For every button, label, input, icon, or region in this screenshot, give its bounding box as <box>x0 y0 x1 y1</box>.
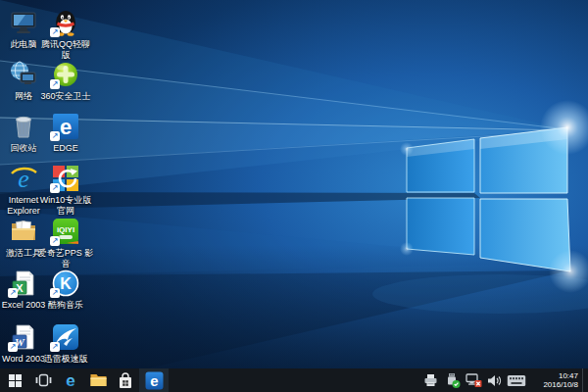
edge-running-button[interactable]: e <box>139 368 169 392</box>
icon-label: 此电脑 <box>11 39 37 50</box>
show-desktop-button[interactable] <box>582 368 588 392</box>
folder-icon <box>90 373 107 387</box>
task-view-icon <box>35 373 52 387</box>
svg-text:e: e <box>66 371 74 389</box>
desktop-icon-iqiyi-pps[interactable]: iQIYI ↗ 爱奇艺PPS 影音 <box>37 216 94 270</box>
word-icon: W ↗ <box>8 321 39 353</box>
tray-touch-keyboard-button[interactable] <box>504 368 529 392</box>
edge-tile-icon: e <box>145 371 164 390</box>
desktop-icon-qq-lite[interactable]: ↗ 腾讯QQ轻聊版 <box>37 7 94 61</box>
folder-icon <box>8 216 39 247</box>
360-safe-icon: ↗ <box>50 59 81 90</box>
excel-icon: X ↗ <box>8 268 39 299</box>
iqiyi-icon: iQIYI ↗ <box>50 216 81 247</box>
tray-volume-button[interactable] <box>484 368 504 392</box>
shortcut-arrow-icon: ↗ <box>50 342 60 352</box>
svg-text:iQIYI: iQIYI <box>57 225 74 234</box>
icon-label: 迅雷极速版 <box>44 354 88 365</box>
taskbar-clock[interactable]: 10:47 2016/10/8 <box>533 371 582 389</box>
desktop-wallpaper: 此电脑 网络 回收站 e Internet Explorer 激活工具 <box>0 0 588 368</box>
svg-text:K: K <box>60 275 72 292</box>
internet-explorer-icon: e <box>8 163 39 194</box>
icon-label: 酷狗音乐 <box>48 300 83 311</box>
clock-time: 10:47 <box>533 371 578 380</box>
svg-text:e: e <box>60 115 72 139</box>
store-button[interactable] <box>112 368 139 392</box>
desktop-icon-edge[interactable]: e ↗ EDGE <box>37 111 94 154</box>
usb-safely-remove-icon <box>444 372 461 388</box>
icon-label: 360安全卫士 <box>40 91 90 102</box>
shortcut-arrow-icon: ↗ <box>8 342 18 352</box>
taskbar: e e <box>0 368 588 392</box>
tray-printer-button[interactable] <box>419 368 441 392</box>
shortcut-arrow-icon: ↗ <box>50 236 60 246</box>
edge-e-icon: e <box>62 371 79 389</box>
shortcut-arrow-icon: ↗ <box>50 131 60 141</box>
edge-pinned-button[interactable]: e <box>57 368 84 392</box>
icon-label: 腾讯QQ轻聊版 <box>37 39 94 61</box>
windows-logo-icon <box>9 374 22 387</box>
kugou-icon: K ↗ <box>50 268 81 299</box>
icon-label: EDGE <box>53 143 78 154</box>
tray-network-button[interactable] <box>463 368 484 392</box>
xunlei-bird-icon: ↗ <box>50 321 81 353</box>
desktop-icon-kugou-music[interactable]: K ↗ 酷狗音乐 <box>37 268 94 311</box>
desktop-icon-360-safe[interactable]: ↗ 360安全卫士 <box>37 59 94 102</box>
system-tray: 10:47 2016/10/8 <box>419 368 588 392</box>
edge-icon: e ↗ <box>50 111 81 142</box>
win10-logo-icon: ↗ <box>50 163 81 194</box>
recycle-bin-icon <box>8 111 39 142</box>
speaker-icon <box>487 374 502 387</box>
shortcut-arrow-icon: ↗ <box>50 79 60 89</box>
this-pc-icon <box>8 7 39 38</box>
shortcut-arrow-icon: ↗ <box>50 288 60 298</box>
icon-label: 爱奇艺PPS 影音 <box>37 248 94 270</box>
desktop-icon-xunlei[interactable]: ↗ 迅雷极速版 <box>37 321 94 365</box>
icon-label: 网络 <box>15 91 32 102</box>
windows-10-desktop: 此电脑 网络 回收站 e Internet Explorer 激活工具 <box>0 0 588 392</box>
store-bag-icon <box>118 372 133 389</box>
task-view-button[interactable] <box>29 368 57 392</box>
printer-icon <box>423 373 438 387</box>
network-icon <box>8 59 39 90</box>
start-button[interactable] <box>0 368 29 392</box>
desktop-icon-win10-site[interactable]: ↗ Win10专业版官网 <box>37 163 94 217</box>
network-disconnected-icon <box>466 372 482 388</box>
svg-text:e: e <box>150 372 158 389</box>
tray-usb-button[interactable] <box>441 368 463 392</box>
file-explorer-button[interactable] <box>84 368 112 392</box>
icon-label: Win10专业版官网 <box>37 195 94 217</box>
shortcut-arrow-icon: ↗ <box>50 27 60 37</box>
touch-keyboard-icon <box>507 374 526 387</box>
icon-label: 回收站 <box>11 143 37 154</box>
qq-penguin-icon: ↗ <box>50 7 81 38</box>
clock-date: 2016/10/8 <box>533 380 578 389</box>
shortcut-arrow-icon: ↗ <box>50 183 60 193</box>
icon-label: 激活工具 <box>6 248 41 259</box>
shortcut-arrow-icon: ↗ <box>8 288 18 298</box>
